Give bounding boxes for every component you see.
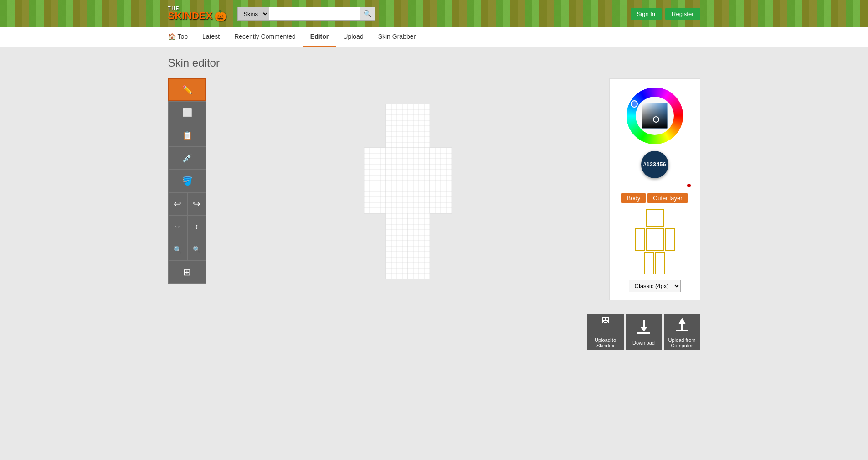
- nav-bar: 🏠 Top Latest Recently Commented Editor U…: [0, 27, 868, 47]
- nav-item-recently-commented[interactable]: Recently Commented: [227, 27, 303, 47]
- eyedropper-tool-button[interactable]: 💉: [168, 147, 206, 170]
- zoom-out-icon: 🔍: [193, 246, 200, 253]
- nav-latest-label: Latest: [202, 33, 220, 40]
- skin-torso-part[interactable]: [646, 228, 664, 251]
- stamp-icon: 📋: [182, 130, 192, 140]
- fill-icon: 🪣: [182, 176, 192, 186]
- grid-tool-button[interactable]: ⊞: [168, 261, 206, 284]
- svg-rect-1: [603, 318, 605, 320]
- pencil-tool-button[interactable]: ✏️: [168, 78, 206, 101]
- nav-top-label: Top: [178, 33, 188, 40]
- skin-torso-row: [635, 228, 675, 251]
- nav-item-skin-grabber[interactable]: Skin Grabber: [371, 27, 423, 47]
- outer-layer-button[interactable]: Outer layer: [647, 193, 688, 203]
- home-icon: 🏠: [168, 33, 176, 40]
- download-icon: [636, 319, 652, 338]
- register-button[interactable]: Register: [665, 8, 700, 20]
- nav-skin-grabber-label: Skin Grabber: [378, 33, 416, 40]
- zoom-in-icon: 🔍: [173, 245, 182, 254]
- skin-editor-canvas[interactable]: [364, 104, 452, 281]
- editor-layout: ✏️ ⬜ 📋 💉: [168, 78, 700, 306]
- undo-button[interactable]: ↩: [168, 192, 187, 215]
- search-type-select[interactable]: Skins: [237, 7, 269, 21]
- logo-main: SKINDEX 🎃: [168, 11, 227, 21]
- nav-upload-label: Upload: [343, 33, 363, 40]
- skin-grid-canvas[interactable]: [364, 104, 452, 279]
- download-button[interactable]: Download: [626, 314, 662, 350]
- search-input[interactable]: [269, 7, 360, 21]
- action-buttons: Upload toSkindex Download Upload fromC: [168, 314, 700, 350]
- skin-right-leg-part[interactable]: [655, 252, 665, 274]
- color-swatch[interactable]: #123456: [641, 151, 668, 178]
- stamp-tool-row: 📋: [168, 124, 206, 147]
- grid-tool-row: ⊞: [168, 261, 206, 284]
- zoom-out-button[interactable]: 🔍: [187, 238, 206, 261]
- redo-icon: ↪: [193, 198, 200, 209]
- skin-left-leg-part[interactable]: [644, 252, 654, 274]
- skin-left-arm-part[interactable]: [635, 228, 645, 251]
- upload-from-computer-button[interactable]: Upload fromComputer: [664, 314, 700, 350]
- redo-button[interactable]: ↪: [187, 192, 206, 215]
- pencil-tool-row: ✏️: [168, 78, 206, 101]
- nav-item-latest[interactable]: Latest: [195, 27, 227, 47]
- eraser-tool-button[interactable]: ⬜: [168, 101, 206, 124]
- download-label: Download: [632, 340, 655, 346]
- search-bar: Skins 🔍: [237, 7, 375, 21]
- upload-from-computer-icon: [674, 316, 690, 336]
- color-wheel-container[interactable]: [625, 86, 684, 145]
- upload-from-computer-label: Upload fromComputer: [668, 337, 696, 348]
- size-selector[interactable]: Classic (4px) Slim (3px): [629, 280, 681, 292]
- signin-button[interactable]: Sign In: [631, 8, 662, 20]
- color-dot: [687, 184, 691, 187]
- eraser-icon: ⬜: [182, 108, 192, 118]
- layer-buttons: Body Outer layer: [621, 193, 688, 203]
- eyedropper-tool-row: 💉: [168, 147, 206, 170]
- skin-right-arm-part[interactable]: [665, 228, 675, 251]
- page-title: Skin editor: [168, 57, 700, 69]
- undo-redo-row: ↩ ↪: [168, 192, 206, 215]
- svg-rect-6: [643, 320, 645, 328]
- eyedropper-icon: 💉: [182, 153, 192, 163]
- logo: THE SKINDEX 🎃: [168, 6, 227, 21]
- body-layer-button[interactable]: Body: [621, 193, 646, 203]
- svg-rect-5: [607, 322, 608, 323]
- logo-pumpkin-icon: 🎃: [214, 11, 226, 21]
- canvas-area: [216, 78, 600, 306]
- svg-rect-4: [603, 322, 604, 323]
- undo-icon: ↩: [174, 198, 181, 209]
- nav-item-editor[interactable]: Editor: [303, 27, 336, 47]
- header-banner: THE SKINDEX 🎃 Skins 🔍 Sign In Register: [0, 0, 868, 27]
- upload-to-skindex-button[interactable]: Upload toSkindex: [587, 314, 624, 350]
- logo-text: SKINDEX: [168, 11, 213, 21]
- zoom-row: 🔍 🔍: [168, 238, 206, 261]
- color-hex-value: #123456: [641, 151, 668, 178]
- flip-horizontal-button[interactable]: ↔️: [168, 215, 187, 238]
- skin-head-part[interactable]: [646, 209, 664, 227]
- header-right: Sign In Register: [631, 8, 700, 20]
- nav-recently-commented-label: Recently Commented: [234, 33, 296, 40]
- svg-marker-7: [640, 327, 647, 331]
- svg-rect-11: [676, 330, 688, 331]
- stamp-tool-button[interactable]: 📋: [168, 124, 206, 147]
- svg-rect-3: [604, 321, 607, 322]
- grid-icon: ⊞: [183, 267, 191, 278]
- svg-marker-10: [678, 318, 686, 324]
- skin-body-diagram: [635, 209, 675, 274]
- color-wheel-canvas[interactable]: [625, 86, 684, 145]
- svg-rect-2: [606, 318, 608, 320]
- flip-vertical-button[interactable]: ↕️: [187, 215, 206, 238]
- nav-editor-label: Editor: [310, 33, 329, 40]
- fill-tool-button[interactable]: 🪣: [168, 170, 206, 192]
- fill-tool-row: 🪣: [168, 170, 206, 192]
- nav-item-top[interactable]: 🏠 Top: [161, 27, 195, 47]
- search-button[interactable]: 🔍: [360, 7, 375, 21]
- flip-horizontal-icon: ↔️: [174, 222, 181, 231]
- flip-vertical-icon: ↕️: [195, 222, 199, 231]
- color-panel: #123456 Body Outer layer: [609, 78, 700, 300]
- skin-legs-row: [644, 252, 665, 274]
- svg-rect-8: [637, 332, 650, 334]
- zoom-in-button[interactable]: 🔍: [168, 238, 187, 261]
- upload-to-skindex-icon: [597, 316, 614, 336]
- nav-item-upload[interactable]: Upload: [336, 27, 370, 47]
- main-content: Skin editor ✏️ ⬜ 📋: [161, 47, 708, 359]
